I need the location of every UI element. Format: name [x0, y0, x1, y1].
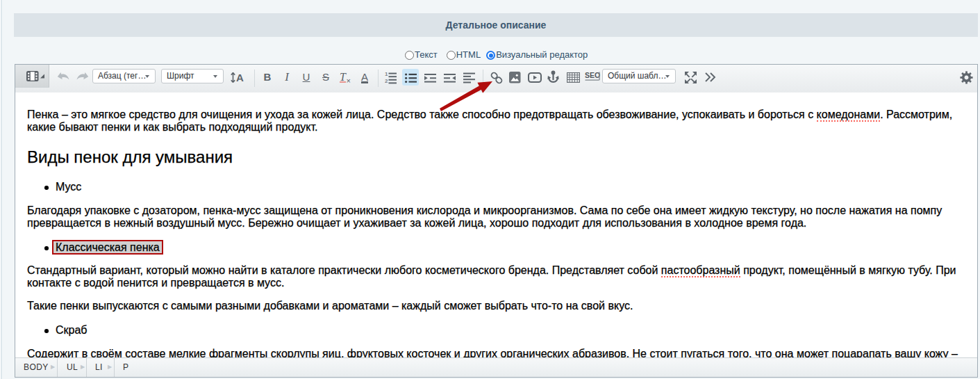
- svg-text:A: A: [236, 72, 244, 83]
- svg-text:1: 1: [385, 72, 388, 77]
- svg-text:SEO: SEO: [585, 71, 600, 79]
- svg-text:2: 2: [385, 78, 388, 84]
